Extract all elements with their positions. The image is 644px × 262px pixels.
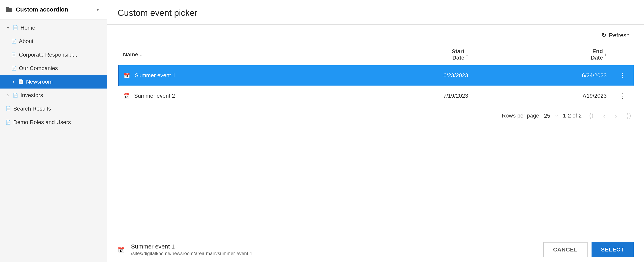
row-menu-button[interactable]: ⋮ bbox=[616, 70, 629, 81]
selected-event-icon: 📅 bbox=[118, 247, 125, 253]
page-icon: 📄 bbox=[11, 66, 16, 71]
sidebar-header: Custom accordion « bbox=[0, 0, 107, 19]
event-icon: 📅 bbox=[124, 72, 130, 79]
cell-actions: ⋮ bbox=[612, 86, 634, 106]
collapse-sidebar-button[interactable]: « bbox=[95, 5, 101, 14]
sidebar-title: Custom accordion bbox=[16, 6, 68, 13]
sidebar-item-label: Our Companies bbox=[19, 65, 58, 71]
cell-start-date: 6/23/2023 bbox=[334, 65, 473, 86]
sort-icon: ↕ bbox=[466, 52, 468, 57]
table-toolbar: ↻ Refresh bbox=[118, 25, 634, 44]
sidebar-nav: ▾ 📄 Home 📄 About 📄 Corporate Responsibi.… bbox=[0, 19, 107, 262]
sidebar-item-newsroom[interactable]: › 📄 Newsroom bbox=[0, 75, 107, 88]
select-button[interactable]: SELECT bbox=[592, 242, 634, 257]
sidebar-item-about[interactable]: 📄 About bbox=[0, 34, 107, 48]
page-icon: 📄 bbox=[6, 106, 11, 111]
refresh-label: Refresh bbox=[609, 32, 630, 39]
page-icon: 📄 bbox=[11, 52, 16, 57]
next-page-button[interactable]: › bbox=[612, 111, 619, 120]
cell-name: 📅 Summer event 1 bbox=[118, 65, 334, 86]
refresh-icon: ↻ bbox=[602, 32, 606, 39]
cell-start-date: 7/19/2023 bbox=[334, 86, 473, 106]
sidebar-item-label: About bbox=[19, 38, 34, 44]
sidebar-item-label: Search Results bbox=[13, 106, 51, 112]
sidebar-item-label: Corporate Responsibi... bbox=[19, 52, 77, 58]
rows-per-page-select[interactable]: 25 50 100 bbox=[542, 112, 558, 120]
col-header-start-date[interactable]: StartDate ↕ bbox=[334, 44, 473, 65]
cell-end-date: 6/24/2023 bbox=[473, 65, 612, 86]
rows-per-page-label: Rows per page bbox=[502, 113, 539, 119]
sidebar-item-demo-roles[interactable]: 📄 Demo Roles and Users bbox=[0, 116, 107, 129]
last-page-button[interactable]: ⟩⟩ bbox=[624, 111, 634, 120]
sort-icon: ↓ bbox=[140, 52, 142, 57]
footer-selected-info: Summer event 1 /sites/digitall/home/news… bbox=[131, 243, 538, 256]
rows-per-page-control: Rows per page 25 50 100 bbox=[502, 112, 558, 120]
sidebar-item-corporate[interactable]: 📄 Corporate Responsibi... bbox=[0, 48, 107, 61]
main-content: Custom event picker ↻ Refresh Name ↓ bbox=[107, 0, 644, 262]
page-icon: 📄 bbox=[18, 79, 24, 84]
sidebar-title-container: Custom accordion bbox=[6, 6, 68, 13]
sidebar-item-home[interactable]: ▾ 📄 Home bbox=[0, 21, 107, 34]
row-menu-button[interactable]: ⋮ bbox=[616, 90, 629, 101]
sidebar-item-label: Demo Roles and Users bbox=[13, 119, 71, 125]
page-info: 1-2 of 2 bbox=[563, 113, 582, 119]
events-table: Name ↓ StartDate ↕ EndDa bbox=[118, 44, 634, 106]
chevron-down-icon: ▾ bbox=[6, 25, 10, 30]
sidebar-item-label: Investors bbox=[20, 92, 43, 98]
event-icon: 📅 bbox=[123, 93, 130, 99]
dialog-title: Custom event picker bbox=[118, 8, 634, 24]
cell-end-date: 7/19/2023 bbox=[473, 86, 612, 106]
sidebar: Custom accordion « ▾ 📄 Home 📄 About 📄 Co… bbox=[0, 0, 107, 262]
table-container: ↻ Refresh Name ↓ bbox=[107, 25, 644, 237]
chevron-right-icon: › bbox=[11, 79, 16, 84]
cell-actions: ⋮ bbox=[612, 65, 634, 86]
selected-event-name: Summer event 1 bbox=[131, 243, 538, 250]
page-icon: 📄 bbox=[13, 93, 18, 98]
chevron-right-icon: › bbox=[6, 93, 10, 98]
cancel-button[interactable]: CANCEL bbox=[543, 242, 588, 257]
dialog-header: Custom event picker bbox=[107, 0, 644, 25]
cell-name: 📅 Summer event 2 bbox=[118, 86, 334, 106]
prev-page-button[interactable]: ‹ bbox=[601, 111, 608, 120]
dialog-footer: 📅 Summer event 1 /sites/digitall/home/ne… bbox=[107, 237, 644, 262]
col-header-end-date[interactable]: EndDate ↕ bbox=[473, 44, 612, 65]
dialog-overlay: Custom event picker ↻ Refresh Name ↓ bbox=[107, 0, 644, 262]
page-icon: 📄 bbox=[6, 120, 11, 125]
folder-icon bbox=[6, 6, 13, 13]
sidebar-item-investors[interactable]: › 📄 Investors bbox=[0, 88, 107, 102]
pagination-bar: Rows per page 25 50 100 1-2 of 2 ⟨⟨ ‹ › … bbox=[118, 106, 634, 125]
sidebar-item-search-results[interactable]: 📄 Search Results bbox=[0, 102, 107, 116]
col-header-name[interactable]: Name ↓ bbox=[118, 44, 334, 65]
table-row[interactable]: 📅 Summer event 2 7/19/2023 7/19/2023 ⋮ bbox=[118, 86, 634, 106]
page-icon: 📄 bbox=[13, 25, 18, 30]
sidebar-item-our-companies[interactable]: 📄 Our Companies bbox=[0, 61, 107, 75]
sidebar-item-label: Home bbox=[20, 25, 36, 31]
selected-event-path: /sites/digitall/home/newsroom/area-main/… bbox=[131, 251, 538, 256]
first-page-button[interactable]: ⟨⟨ bbox=[586, 111, 596, 120]
page-icon: 📄 bbox=[11, 39, 16, 44]
table-row[interactable]: 📅 Summer event 1 6/23/2023 6/24/2023 ⋮ bbox=[118, 65, 634, 86]
footer-buttons: CANCEL SELECT bbox=[543, 242, 634, 257]
sidebar-item-label: Newsroom bbox=[26, 79, 53, 85]
sort-icon: ↕ bbox=[604, 52, 607, 57]
refresh-button[interactable]: ↻ Refresh bbox=[598, 29, 634, 41]
